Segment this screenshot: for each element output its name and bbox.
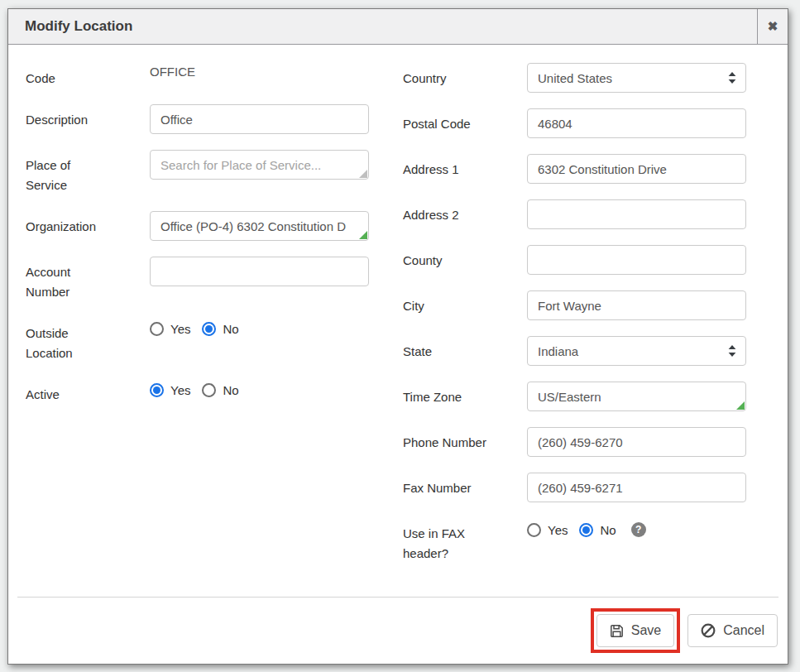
active-row: Active Yes No: [26, 379, 369, 405]
organization-input-value: Office (PO-4) 6302 Constitution D: [160, 219, 346, 233]
outside-location-radio-group: Yes No: [150, 318, 369, 336]
description-label: Description: [26, 104, 150, 134]
outside-location-yes-radio[interactable]: Yes: [150, 322, 190, 336]
address2-row: Address 2: [403, 199, 746, 229]
country-select[interactable]: United States: [527, 63, 746, 93]
radio-icon: [202, 322, 216, 336]
active-label: Active: [26, 379, 150, 405]
time-zone-input-value: US/Eastern: [538, 390, 601, 404]
outside-location-label: Outside Location: [26, 318, 150, 363]
city-input[interactable]: Fort Wayne: [527, 290, 746, 320]
close-button[interactable]: ✖: [757, 9, 788, 44]
code-label: Code: [26, 63, 150, 89]
city-input-value: Fort Wayne: [538, 299, 601, 313]
city-row: City Fort Wayne: [403, 290, 746, 320]
use-in-fax-header-yes-radio[interactable]: Yes: [527, 523, 568, 537]
country-row: Country United States: [403, 63, 746, 93]
county-row: County: [403, 245, 746, 275]
address1-input[interactable]: 6302 Constitution Drive: [527, 154, 746, 184]
state-label: State: [403, 336, 527, 366]
radio-icon: [579, 523, 593, 537]
radio-icon: [150, 322, 164, 336]
postal-code-label: Postal Code: [403, 108, 527, 138]
state-select[interactable]: Indiana: [527, 336, 746, 366]
place-of-service-input[interactable]: Search for Place of Service...: [150, 150, 369, 180]
radio-label: No: [223, 322, 238, 336]
radio-icon: [527, 523, 541, 537]
phone-number-label: Phone Number: [403, 427, 527, 457]
radio-label: Yes: [170, 383, 190, 397]
place-of-service-placeholder: Search for Place of Service...: [160, 158, 321, 172]
account-number-label: Account Number: [26, 257, 150, 302]
state-row: State Indiana: [403, 336, 746, 366]
place-of-service-row: Place of Service Search for Place of Ser…: [26, 150, 369, 195]
radio-label: Yes: [170, 322, 190, 336]
dialog-title: Modify Location: [8, 9, 757, 44]
cancel-button[interactable]: Cancel: [687, 614, 778, 647]
active-no-radio[interactable]: No: [202, 383, 238, 397]
dialog-header: Modify Location ✖: [8, 9, 788, 45]
account-number-row: Account Number: [26, 257, 369, 302]
address1-label: Address 1: [403, 154, 527, 184]
radio-icon: [202, 383, 216, 397]
fax-number-input-value: (260) 459-6271: [538, 481, 623, 495]
fax-number-label: Fax Number: [403, 473, 527, 502]
organization-input[interactable]: Office (PO-4) 6302 Constitution D: [150, 211, 369, 241]
country-select-value: United States: [538, 71, 612, 85]
postal-code-input-value: 46804: [538, 117, 572, 131]
address1-input-value: 6302 Constitution Drive: [538, 162, 667, 176]
organization-label: Organization: [26, 211, 150, 241]
description-row: Description Office: [26, 104, 369, 134]
county-input[interactable]: [527, 245, 746, 275]
resize-grip-icon[interactable]: [359, 170, 367, 178]
city-label: City: [403, 290, 527, 320]
fax-number-row: Fax Number (260) 459-6271: [403, 473, 746, 502]
time-zone-input[interactable]: US/Eastern: [527, 382, 746, 411]
county-label: County: [403, 245, 527, 275]
address2-input[interactable]: [527, 199, 746, 229]
save-annotation-highlight: Save: [591, 608, 680, 653]
account-number-input[interactable]: [150, 257, 369, 286]
radio-label: No: [223, 383, 238, 397]
fax-number-input[interactable]: (260) 459-6271: [527, 473, 746, 502]
address1-row: Address 1 6302 Constitution Drive: [403, 154, 746, 184]
unfold-caret-icon: [728, 72, 736, 84]
use-in-fax-header-radio-group: Yes No ?: [527, 518, 746, 537]
dialog-body: Code OFFICE Description Office Place of …: [8, 45, 788, 579]
modify-location-dialog: Modify Location ✖ Code OFFICE Descriptio…: [7, 8, 788, 665]
floppy-disk-icon: [610, 624, 624, 638]
address2-label: Address 2: [403, 199, 527, 229]
description-input[interactable]: Office: [150, 104, 369, 134]
radio-label: Yes: [548, 523, 568, 537]
phone-number-input[interactable]: (260) 459-6270: [527, 427, 746, 457]
code-value: OFFICE: [150, 63, 369, 79]
help-icon[interactable]: ?: [631, 522, 646, 537]
use-in-fax-header-label: Use in FAX header?: [403, 518, 527, 564]
place-of-service-label: Place of Service: [26, 150, 150, 195]
radio-label: No: [600, 523, 616, 537]
description-input-value: Office: [160, 113, 193, 127]
country-label: Country: [403, 63, 527, 93]
postal-code-input[interactable]: 46804: [527, 108, 746, 138]
typeahead-grip-icon: [359, 231, 367, 239]
organization-row: Organization Office (PO-4) 6302 Constitu…: [26, 211, 369, 241]
close-icon: ✖: [768, 19, 778, 34]
save-button-label: Save: [631, 623, 661, 638]
phone-number-row: Phone Number (260) 459-6270: [403, 427, 746, 457]
use-in-fax-header-row: Use in FAX header? Yes No ?: [403, 518, 746, 564]
right-column: Country United States Postal Code 468: [403, 63, 746, 579]
outside-location-row: Outside Location Yes No: [26, 318, 369, 363]
cancel-button-label: Cancel: [723, 623, 764, 638]
radio-icon: [150, 383, 164, 397]
use-in-fax-header-no-radio[interactable]: No: [579, 523, 616, 537]
state-select-value: Indiana: [538, 344, 578, 358]
dialog-footer: Save Cancel: [17, 597, 778, 664]
save-button[interactable]: Save: [596, 614, 674, 647]
time-zone-label: Time Zone: [403, 382, 527, 411]
code-row: Code OFFICE: [26, 63, 369, 89]
left-column: Code OFFICE Description Office Place of …: [26, 63, 369, 579]
postal-code-row: Postal Code 46804: [403, 108, 746, 138]
outside-location-no-radio[interactable]: No: [202, 322, 238, 336]
typeahead-grip-icon: [736, 401, 745, 410]
active-yes-radio[interactable]: Yes: [150, 383, 190, 397]
